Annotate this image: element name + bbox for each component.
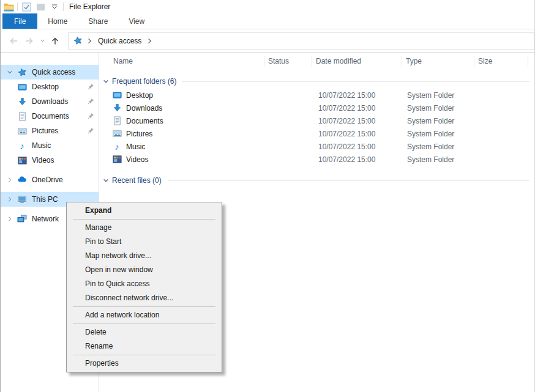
file-row-videos[interactable]: Videos 10/07/2022 15:00 System Folder <box>99 153 534 166</box>
file-date-modified: 10/07/2022 15:00 <box>318 130 407 138</box>
network-icon <box>17 214 28 224</box>
sidebar-item-label: Quick access <box>32 68 75 76</box>
breadcrumb-chevron-icon[interactable] <box>86 38 94 44</box>
chevron-down-icon <box>103 177 109 183</box>
new-folder-quick-icon[interactable] <box>35 1 46 12</box>
section-rule <box>168 180 529 181</box>
pin-icon <box>88 127 94 136</box>
file-row-pictures[interactable]: Pictures 10/07/2022 15:00 System Folder <box>99 127 534 140</box>
sidebar-item-videos[interactable]: Videos <box>1 153 99 168</box>
sidebar-item-quick-access[interactable]: Quick access <box>1 65 99 80</box>
sidebar-item-label: Music <box>32 141 51 150</box>
this-pc-context-menu: Expand Manage Pin to Start Map network d… <box>66 202 222 372</box>
sidebar-item-music[interactable]: ♪ Music <box>1 138 99 153</box>
file-row-music[interactable]: ♪ Music 10/07/2022 15:00 System Folder <box>99 140 534 153</box>
ribbon-tabs: File Home Share View <box>1 13 534 29</box>
file-name: Videos <box>126 155 148 164</box>
sidebar-item-label: Desktop <box>32 83 59 91</box>
window-title: File Explorer <box>69 2 110 11</box>
sidebar-item-downloads[interactable]: Downloads <box>1 94 99 109</box>
file-date-modified: 10/07/2022 15:00 <box>318 142 407 151</box>
chevron-right-icon[interactable] <box>6 196 14 202</box>
column-header-date-modified[interactable]: Date modified <box>312 56 402 67</box>
music-icon: ♪ <box>17 141 28 150</box>
chevron-right-icon[interactable] <box>6 177 14 183</box>
sidebar-item-documents[interactable]: Documents <box>1 109 99 124</box>
file-type: System Folder <box>407 130 454 138</box>
chevron-right-icon[interactable] <box>6 216 14 222</box>
file-date-modified: 10/07/2022 15:00 <box>318 155 407 164</box>
file-type: System Folder <box>407 142 454 151</box>
menu-item-manage[interactable]: Manage <box>67 221 222 235</box>
file-name: Music <box>126 142 145 151</box>
sidebar-item-label: Documents <box>32 112 69 120</box>
section-header-frequent-folders[interactable]: Frequent folders (6) <box>103 74 529 89</box>
menu-item-rename[interactable]: Rename <box>67 339 222 353</box>
menu-item-add-network-location[interactable]: Add a network location <box>67 308 222 322</box>
menu-separator <box>73 219 215 220</box>
sidebar-item-pictures[interactable]: Pictures <box>1 124 99 138</box>
tab-file[interactable]: File <box>2 13 37 29</box>
properties-quick-icon[interactable] <box>21 1 32 12</box>
breadcrumb-chevron-icon[interactable] <box>146 38 154 44</box>
tab-home[interactable]: Home <box>37 13 78 29</box>
file-type: System Folder <box>407 91 454 100</box>
breadcrumb-location[interactable]: Quick access <box>96 37 143 45</box>
back-arrow-icon[interactable] <box>7 34 20 48</box>
column-headers: Name Status Date modified Type Size <box>99 53 534 69</box>
menu-item-disconnect-network-drive[interactable]: Disconnect network drive... <box>67 291 222 305</box>
customize-toolbar-chevron-icon[interactable] <box>49 1 60 12</box>
file-date-modified: 10/07/2022 15:00 <box>318 91 407 100</box>
documents-icon <box>112 116 122 126</box>
onedrive-cloud-icon <box>17 175 28 185</box>
desktop-icon <box>17 83 28 92</box>
recent-locations-chevron-icon[interactable] <box>39 34 46 48</box>
file-type: System Folder <box>407 104 454 113</box>
column-header-size[interactable]: Size <box>474 56 528 67</box>
sidebar-item-label: OneDrive <box>32 176 63 184</box>
file-type: System Folder <box>407 155 454 164</box>
file-date-modified: 10/07/2022 15:00 <box>318 117 407 125</box>
up-arrow-icon[interactable] <box>48 34 62 48</box>
chevron-down-icon[interactable] <box>6 69 14 75</box>
menu-item-pin-to-quick-access[interactable]: Pin to Quick access <box>67 277 222 291</box>
sidebar-item-label: Pictures <box>32 127 58 135</box>
music-icon: ♪ <box>112 142 122 152</box>
address-bar[interactable]: Quick access <box>68 32 534 50</box>
column-header-status[interactable]: Status <box>264 56 312 67</box>
sidebar-item-label: Downloads <box>32 97 68 106</box>
file-name: Documents <box>126 117 163 125</box>
videos-icon <box>17 156 28 165</box>
quick-access-star-icon <box>17 68 28 77</box>
tab-view[interactable]: View <box>118 13 155 29</box>
menu-item-delete[interactable]: Delete <box>67 325 222 339</box>
file-explorer-window: File Explorer File Home Share View Quic <box>0 0 535 392</box>
videos-icon <box>112 155 122 165</box>
file-type: System Folder <box>407 117 454 125</box>
titlebar-separator <box>17 2 18 11</box>
sidebar-item-onedrive[interactable]: OneDrive <box>1 172 99 187</box>
menu-item-properties[interactable]: Properties <box>67 357 222 371</box>
menu-item-open-in-new-window[interactable]: Open in new window <box>67 263 222 277</box>
file-name: Desktop <box>126 91 153 100</box>
forward-arrow-icon[interactable] <box>23 34 36 48</box>
column-header-type[interactable]: Type <box>402 56 474 67</box>
sidebar-item-desktop[interactable]: Desktop <box>1 80 99 94</box>
menu-item-pin-to-start[interactable]: Pin to Start <box>67 235 222 249</box>
titlebar-separator <box>63 2 64 11</box>
downloads-icon <box>112 103 122 113</box>
tab-share[interactable]: Share <box>78 13 118 29</box>
section-header-recent-files[interactable]: Recent files (0) <box>103 173 529 188</box>
column-header-name[interactable]: Name <box>99 56 264 67</box>
section-title: Recent files (0) <box>112 176 162 185</box>
this-pc-icon <box>17 194 28 204</box>
menu-item-expand[interactable]: Expand <box>67 204 222 218</box>
section-rule <box>182 81 529 82</box>
menu-item-map-network-drive[interactable]: Map network drive... <box>67 249 222 263</box>
file-row-documents[interactable]: Documents 10/07/2022 15:00 System Folder <box>99 114 534 127</box>
desktop-icon <box>112 91 122 100</box>
sidebar-item-label: Videos <box>32 156 54 165</box>
file-row-downloads[interactable]: Downloads 10/07/2022 15:00 System Folder <box>99 102 534 114</box>
sidebar-item-label: This PC <box>32 195 58 204</box>
file-row-desktop[interactable]: Desktop 10/07/2022 15:00 System Folder <box>99 89 534 102</box>
